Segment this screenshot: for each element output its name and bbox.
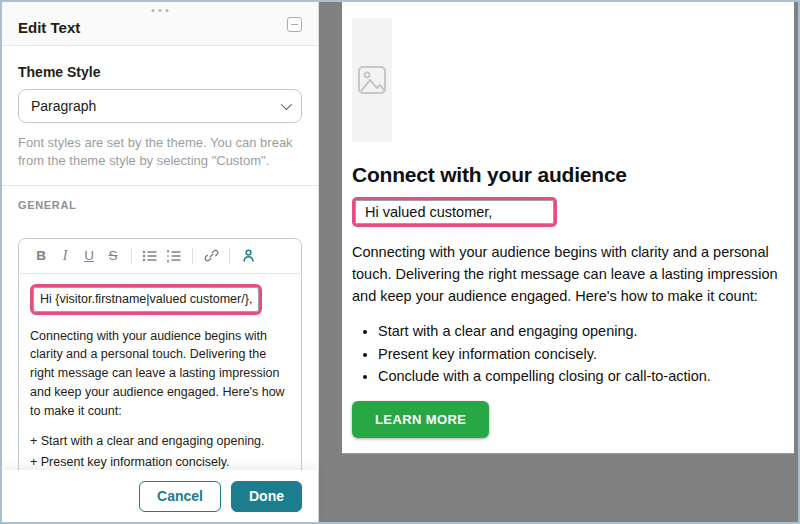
list-item: Conclude with a compelling closing or ca… (378, 365, 784, 387)
learn-more-button[interactable]: LEARN MORE (352, 401, 489, 438)
rte-content[interactable]: Hi {visitor.firstname|valued customer/},… (19, 274, 301, 470)
panel-footer: Cancel Done (2, 470, 318, 522)
chevron-down-icon (281, 99, 292, 110)
merge-tag-button[interactable] (236, 244, 260, 268)
edit-text-panel: Edit Text Theme Style Paragraph Font sty… (2, 2, 319, 522)
theme-style-value: Paragraph (31, 98, 96, 114)
bold-button[interactable]: B (29, 244, 53, 268)
preview-heading: Connect with your audience (352, 163, 784, 187)
toolbar-separator (229, 248, 230, 264)
done-button[interactable]: Done (231, 481, 302, 512)
merge-tag-annotation[interactable]: Hi {visitor.firstname|valued customer/}, (30, 284, 262, 315)
numbered-list-icon (166, 249, 182, 263)
person-icon (241, 248, 256, 263)
rte-list-line: + Present key information concisely. (30, 453, 290, 470)
theme-style-select[interactable]: Paragraph (18, 89, 302, 123)
italic-button[interactable]: I (53, 244, 77, 268)
panel-body: Theme Style Paragraph Font styles are se… (2, 46, 318, 470)
list-item: Start with a clear and engaging opening. (378, 320, 784, 342)
underline-button[interactable]: U (77, 244, 101, 268)
preview-bullet-list: Start with a clear and engaging opening.… (352, 320, 784, 387)
divider (2, 185, 318, 186)
bullet-list-icon (142, 249, 158, 263)
rte-paragraph: Connecting with your audience begins wit… (30, 327, 290, 421)
cancel-button[interactable]: Cancel (139, 481, 221, 512)
collapse-panel-button[interactable] (287, 17, 302, 32)
bullet-list-button[interactable] (138, 244, 162, 268)
preview-paragraph: Connecting with your audience begins wit… (352, 242, 784, 307)
link-icon (204, 248, 219, 263)
general-section-label: GENERAL (18, 199, 302, 211)
toolbar-separator (192, 248, 193, 264)
link-button[interactable] (199, 244, 223, 268)
greeting-annotation: Hi valued customer, (352, 197, 557, 227)
image-placeholder[interactable] (352, 18, 392, 142)
panel-title: Edit Text (18, 19, 80, 36)
preview-background: Connect with your audience Hi valued cus… (320, 2, 798, 522)
rte-toolbar: B I U S (19, 239, 301, 274)
panel-header: Edit Text (2, 2, 318, 46)
email-preview-canvas[interactable]: Connect with your audience Hi valued cus… (342, 2, 794, 454)
toolbar-separator (131, 248, 132, 264)
rte-list-line: + Start with a clear and engaging openin… (30, 432, 290, 451)
editor-screen: Edit Text Theme Style Paragraph Font sty… (0, 0, 800, 524)
image-icon (357, 65, 387, 95)
theme-style-label: Theme Style (18, 64, 302, 80)
numbered-list-button[interactable] (162, 244, 186, 268)
preview-divider (352, 453, 784, 454)
list-item: Present key information concisely. (378, 343, 784, 365)
theme-helper-text: Font styles are set by the theme. You ca… (18, 134, 302, 171)
strikethrough-button[interactable]: S (101, 244, 125, 268)
minus-icon (291, 24, 298, 26)
drag-handle-icon[interactable] (152, 9, 169, 12)
rich-text-editor: B I U S (18, 238, 302, 470)
